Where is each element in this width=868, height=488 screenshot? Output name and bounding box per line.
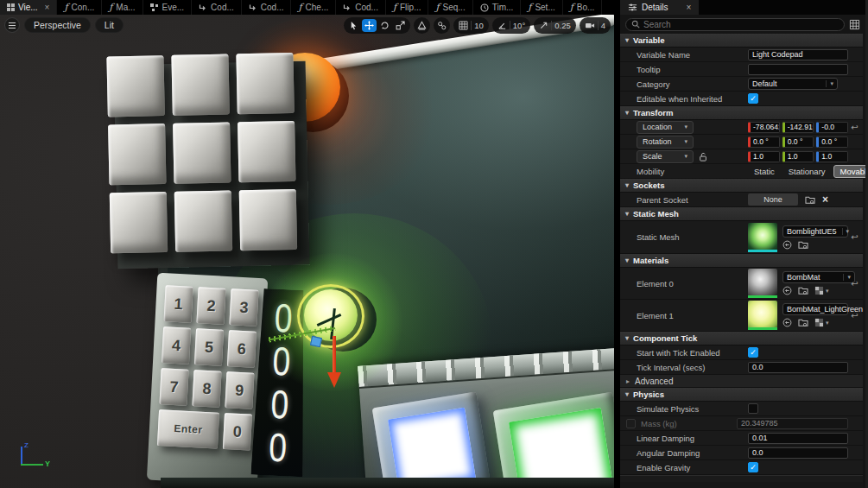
blank-keycap[interactable] — [171, 54, 229, 116]
rotation-z-field[interactable]: 0.0 ° — [816, 136, 848, 148]
tab-sequence[interactable]: ƒSeq... — [428, 0, 472, 15]
grid-snap-control[interactable]: 10 — [453, 17, 489, 34]
static-mesh-dropdown[interactable]: BomblightUE5▾ — [782, 225, 848, 238]
gizmo-z-axis-handle[interactable] — [333, 336, 336, 374]
tab-code-3[interactable]: Cod... — [336, 0, 386, 15]
rotation-snap-control[interactable]: 10° — [492, 17, 530, 34]
reset-icon[interactable]: ↩ — [851, 123, 858, 132]
surface-snap-button[interactable] — [414, 17, 430, 34]
keycap-2[interactable]: 2 — [196, 287, 225, 325]
unlock-icon[interactable] — [699, 152, 707, 162]
section-component-tick[interactable]: ▾Component Tick — [620, 332, 863, 345]
tab-event-graph[interactable]: Eve... — [143, 0, 193, 15]
static-mesh-thumbnail[interactable] — [748, 223, 777, 252]
gizmo-plane-handle[interactable] — [310, 336, 322, 347]
material-1-dropdown[interactable]: BombMat_LightGreen▾ — [782, 303, 848, 315]
rotation-y-field[interactable]: 0.0 ° — [782, 136, 814, 148]
keycap-4[interactable]: 4 — [162, 326, 191, 364]
viewport[interactable]: 1 2 3 4 5 6 7 8 9 Enter 0 0 0 0 0 — [0, 15, 614, 488]
section-transform[interactable]: ▾Transform — [620, 106, 863, 120]
use-selected-asset-icon[interactable] — [782, 240, 792, 250]
mass-override-checkbox[interactable] — [626, 419, 636, 428]
tab-set[interactable]: ƒSet... — [521, 0, 562, 15]
keycap-8[interactable]: 8 — [192, 370, 221, 408]
blank-keycap[interactable] — [106, 55, 164, 117]
tab-code-2[interactable]: Cod... — [242, 0, 292, 15]
3d-scene[interactable]: 1 2 3 4 5 6 7 8 9 Enter 0 0 0 0 0 — [0, 15, 614, 488]
clear-socket-icon[interactable]: × — [822, 193, 828, 206]
viewport-options-button[interactable] — [4, 17, 20, 33]
angular-damping-field[interactable]: 0.0 — [748, 447, 848, 459]
chevron-down-icon[interactable]: ▾ — [826, 288, 829, 295]
variable-name-field[interactable]: Light Codepad — [748, 49, 848, 60]
scale-y-field[interactable]: 1.0 — [782, 151, 814, 162]
tab-flip[interactable]: ƒFlip... — [386, 0, 429, 15]
browse-socket-icon[interactable] — [805, 195, 815, 205]
section-sockets[interactable]: ▾Sockets — [620, 179, 863, 193]
tab-construction[interactable]: ƒCon... — [57, 0, 102, 15]
section-physics[interactable]: ▾Physics — [620, 388, 863, 402]
simulate-physics-checkbox[interactable] — [748, 403, 758, 414]
location-z-field[interactable]: -0.0 — [816, 122, 848, 133]
browse-asset-icon[interactable] — [798, 318, 808, 327]
section-static-mesh[interactable]: ▾Static Mesh — [620, 207, 863, 221]
keycap-9[interactable]: 9 — [225, 371, 254, 409]
rotation-x-field[interactable]: 0.0 ° — [748, 136, 780, 148]
tab-viewport[interactable]: Vie... × — [0, 0, 57, 15]
mobility-movable-button[interactable]: Movable — [833, 165, 868, 178]
reset-icon[interactable]: ↩ — [851, 279, 858, 288]
blank-keycap[interactable] — [110, 192, 168, 253]
location-y-field[interactable]: -142.919711 — [782, 122, 814, 133]
tooltip-field[interactable] — [748, 64, 848, 75]
browse-asset-icon[interactable] — [798, 286, 808, 295]
tab-timer[interactable]: Tim... — [473, 0, 522, 15]
category-dropdown[interactable]: Default▾ — [748, 78, 838, 90]
close-icon[interactable]: × — [687, 3, 692, 12]
reset-icon[interactable]: ↩ — [851, 232, 858, 242]
use-selected-asset-icon[interactable] — [782, 318, 792, 327]
blank-keycap[interactable] — [108, 124, 166, 185]
digit-keypad-mesh[interactable]: 1 2 3 4 5 6 7 8 9 Enter 0 — [150, 278, 266, 482]
gizmo-z-axis-arrowhead[interactable] — [327, 372, 341, 388]
rotate-tool-button[interactable] — [377, 19, 392, 32]
material-0-thumbnail[interactable] — [748, 269, 777, 298]
keycap-1[interactable]: 1 — [163, 285, 193, 323]
tab-details[interactable]: Details × — [620, 0, 699, 15]
mobility-static-button[interactable]: Static — [748, 166, 781, 177]
keycap-7[interactable]: 7 — [159, 368, 188, 406]
use-selected-asset-icon[interactable] — [782, 286, 792, 295]
tab-check[interactable]: ƒChe... — [291, 0, 336, 15]
advanced-expander[interactable]: ▸ Advanced — [620, 375, 863, 388]
scale-snap-control[interactable]: 0.25 — [534, 17, 576, 34]
enable-gravity-checkbox[interactable]: ✓ — [748, 462, 758, 472]
start-tick-checkbox[interactable]: ✓ — [748, 347, 758, 358]
reset-icon[interactable]: ↩ — [851, 311, 858, 320]
material-options-icon[interactable] — [814, 286, 824, 295]
parent-socket-field[interactable]: None — [748, 193, 798, 206]
select-tool-button[interactable] — [346, 19, 361, 32]
blank-keycap[interactable] — [239, 189, 297, 250]
blue-screen-mesh[interactable] — [372, 391, 492, 488]
scale-dropdown[interactable]: Scale▾ — [637, 150, 694, 163]
search-input[interactable]: Search — [625, 18, 845, 31]
material-options-icon[interactable] — [814, 318, 824, 327]
view-mode-button[interactable]: Lit — [95, 17, 124, 33]
chevron-down-icon[interactable]: ▾ — [826, 320, 829, 326]
camera-speed-control[interactable]: 4 — [580, 17, 611, 34]
scale-z-field[interactable]: 1.0 — [816, 151, 848, 162]
section-variable[interactable]: ▾Variable — [620, 34, 863, 48]
linear-damping-field[interactable]: 0.01 — [748, 433, 848, 444]
material-1-thumbnail[interactable] — [748, 301, 777, 330]
blank-keypad-mesh[interactable] — [106, 53, 311, 271]
location-dropdown[interactable]: Location▾ — [637, 121, 694, 134]
mobility-stationary-button[interactable]: Stationary — [782, 166, 832, 177]
keycap-enter[interactable]: Enter — [157, 409, 219, 449]
display-filter-icon[interactable] — [849, 19, 860, 30]
location-x-field[interactable]: -78.064202 — [748, 122, 780, 133]
keycap-0[interactable]: 0 — [223, 413, 252, 451]
actor-snap-button[interactable] — [434, 17, 450, 34]
rotation-dropdown[interactable]: Rotation▾ — [637, 136, 694, 149]
selected-green-light-mesh[interactable] — [285, 274, 397, 386]
editable-checkbox[interactable]: ✓ — [748, 93, 758, 104]
scale-tool-button[interactable] — [393, 19, 408, 32]
